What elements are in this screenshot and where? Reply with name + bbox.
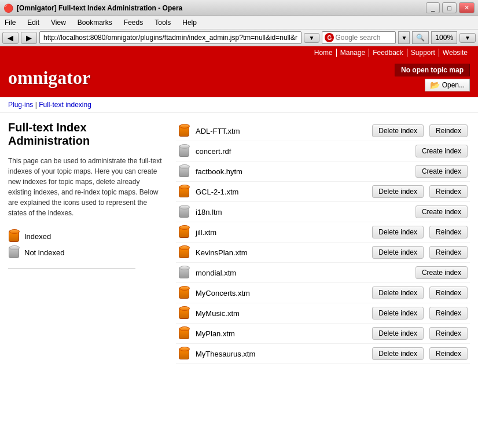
create-index-button[interactable]: Create index — [416, 145, 468, 157]
not-indexed-label: Not indexed — [24, 248, 64, 257]
delete-index-button[interactable]: Delete index — [372, 185, 424, 198]
nav-feedback[interactable]: Feedback — [369, 49, 407, 57]
back-button[interactable]: ◀ — [2, 32, 19, 44]
file-name: factbook.hytm — [196, 167, 410, 176]
nav-website[interactable]: Website — [439, 49, 471, 57]
open-button[interactable]: 📂 Open... — [425, 79, 470, 91]
reindex-button[interactable]: Reindex — [429, 287, 468, 299]
indexed-label: Indexed — [24, 232, 51, 241]
delete-index-button[interactable]: Delete index — [372, 287, 424, 299]
nav-home[interactable]: Home — [311, 49, 337, 57]
file-name: GCL-2-1.xtm — [196, 188, 366, 196]
indexed-cylinder-icon — [179, 226, 189, 238]
table-row: MyPlan.xtmDelete indexReindex — [176, 324, 470, 344]
menu-view[interactable]: View — [49, 17, 68, 28]
topic-map-box: No open topic map 📂 Open... — [395, 64, 470, 91]
menu-help[interactable]: Help — [180, 17, 199, 28]
header-brand-row: omnigator No open topic map 📂 Open... — [0, 59, 478, 97]
reindex-button[interactable]: Reindex — [429, 307, 468, 320]
file-name: MyPlan.xtm — [196, 329, 366, 338]
breadcrumb-plugins[interactable]: Plug-ins — [8, 101, 33, 109]
indexed-cylinder-icon — [179, 328, 189, 339]
not-indexed-cylinder-icon — [9, 247, 19, 258]
file-index-icon — [178, 266, 190, 279]
menu-tools[interactable]: Tools — [152, 17, 173, 28]
file-index-icon — [178, 205, 190, 218]
search-input[interactable] — [335, 34, 393, 42]
no-open-topic-button[interactable]: No open topic map — [395, 64, 470, 76]
delete-index-button[interactable]: Delete index — [372, 327, 424, 340]
file-index-icon — [178, 185, 190, 198]
app-icon: 🔴 — [3, 3, 13, 13]
reindex-button[interactable]: Reindex — [429, 185, 468, 198]
delete-index-button[interactable]: Delete index — [372, 226, 424, 238]
maximize-button[interactable]: □ — [442, 2, 457, 13]
file-index-icon — [178, 226, 190, 238]
nav-support[interactable]: Support — [407, 49, 439, 57]
create-index-button[interactable]: Create index — [416, 165, 468, 178]
table-row: mondial.xtmCreate index — [176, 263, 470, 283]
reindex-button[interactable]: Reindex — [429, 124, 468, 137]
not-indexed-cylinder-icon — [179, 145, 189, 157]
file-index-icon — [178, 287, 190, 299]
zoom-dropdown-button[interactable]: ▼ — [459, 33, 476, 43]
open-label: Open... — [442, 81, 465, 89]
nav-manage[interactable]: Manage — [337, 49, 369, 57]
delete-index-button[interactable]: Delete index — [372, 347, 424, 360]
brand-logo: omnigator — [8, 67, 90, 89]
reindex-button[interactable]: Reindex — [429, 226, 468, 238]
right-panel: ADL-FTT.xtmDelete indexReindexconcert.rd… — [176, 121, 470, 364]
indexed-cylinder-icon — [179, 348, 189, 359]
delete-index-button[interactable]: Delete index — [372, 246, 424, 259]
reindex-button[interactable]: Reindex — [429, 347, 468, 360]
file-name: MyMusic.xtm — [196, 309, 366, 318]
file-name: KevinsPlan.xtm — [196, 248, 366, 257]
indexed-cylinder-icon — [179, 186, 189, 197]
indexed-cylinder-icon — [179, 307, 189, 319]
search-dropdown-button[interactable]: ▼ — [398, 31, 410, 44]
breadcrumb: Plug-ins | Full-text indexing — [0, 97, 478, 113]
table-row: MyConcerts.xtmDelete indexReindex — [176, 283, 470, 303]
close-button[interactable]: ✕ — [459, 2, 475, 13]
address-go-button[interactable]: ▼ — [304, 33, 320, 43]
file-index-icon — [178, 124, 190, 137]
search-container: G — [322, 31, 396, 44]
table-row: GCL-2-1.xtmDelete indexReindex — [176, 182, 470, 202]
zoom-level-button[interactable]: 100% — [431, 31, 457, 44]
search-engine-icon: G — [325, 33, 334, 42]
create-index-button[interactable]: Create index — [416, 205, 468, 218]
folder-icon: 📂 — [430, 80, 440, 90]
file-index-icon — [178, 165, 190, 178]
reindex-button[interactable]: Reindex — [429, 327, 468, 340]
breadcrumb-fulltext[interactable]: Full-text indexing — [39, 101, 91, 109]
delete-index-button[interactable]: Delete index — [372, 124, 424, 137]
address-bar[interactable] — [39, 31, 301, 44]
file-index-icon — [178, 327, 190, 340]
reindex-button[interactable]: Reindex — [429, 246, 468, 259]
title-bar: 🔴 [Omnigator] Full-text Index Administra… — [0, 0, 478, 16]
menu-file[interactable]: File — [2, 17, 18, 28]
file-name: concert.rdf — [196, 147, 410, 156]
menu-bookmarks[interactable]: Bookmarks — [75, 17, 115, 28]
menu-edit[interactable]: Edit — [25, 17, 42, 28]
not-indexed-icon — [8, 246, 20, 259]
file-index-icon — [178, 307, 190, 320]
indexed-cylinder-icon — [179, 287, 189, 299]
minimize-button[interactable]: _ — [426, 2, 440, 13]
divider — [8, 268, 135, 269]
header-top-nav: Home Manage Feedback Support Website — [0, 46, 478, 59]
file-name: i18n.ltm — [196, 208, 410, 216]
table-row: MyThesaurus.xtmDelete indexReindex — [176, 344, 470, 364]
zoom-magnifier-button[interactable]: 🔍 — [412, 31, 429, 44]
file-name: MyConcerts.xtm — [196, 289, 366, 298]
indexed-cylinder-icon — [179, 125, 189, 137]
legend: Indexed Not indexed — [8, 230, 164, 259]
file-index-icon — [178, 145, 190, 157]
table-row: jill.xtmDelete indexReindex — [176, 222, 470, 243]
delete-index-button[interactable]: Delete index — [372, 307, 424, 320]
legend-not-indexed: Not indexed — [8, 246, 164, 259]
file-name: jill.xtm — [196, 228, 366, 237]
forward-button[interactable]: ▶ — [21, 32, 37, 44]
menu-feeds[interactable]: Feeds — [122, 17, 145, 28]
create-index-button[interactable]: Create index — [416, 266, 468, 279]
